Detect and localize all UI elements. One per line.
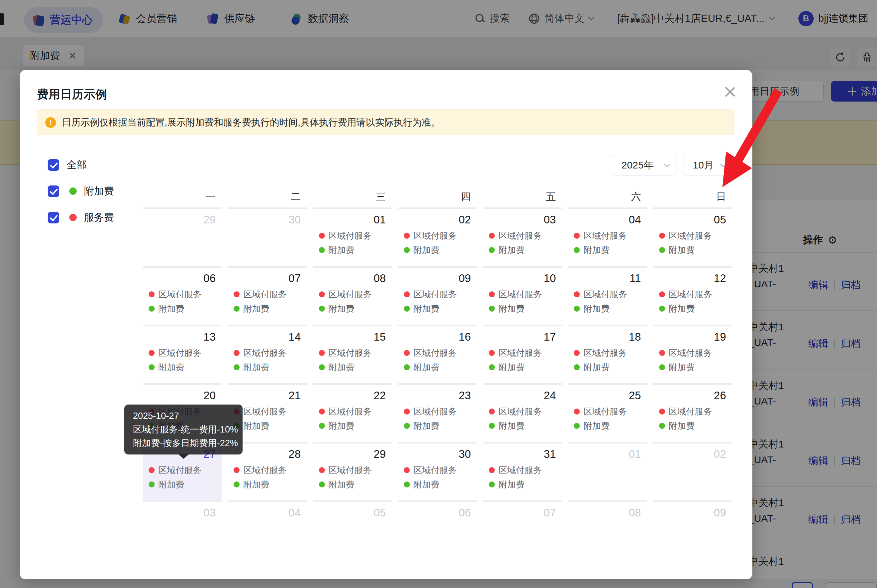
calendar-day-cell[interactable]: 24区域付服务附加费 [483,383,562,442]
service-fee-entry[interactable]: 区域付服务 [574,230,641,242]
surcharge-entry[interactable]: 附加费 [319,479,386,490]
service-fee-entry[interactable]: 区域付服务 [489,230,556,242]
service-fee-entry[interactable]: 区域付服务 [319,406,386,417]
service-fee-entry[interactable]: 区域付服务 [233,406,301,417]
service-fee-entry[interactable]: 区域付服务 [319,289,386,300]
service-fee-entry[interactable]: 区域付服务 [489,406,556,417]
surcharge-entry[interactable]: 附加费 [659,420,726,432]
filter-all[interactable]: 全部 [48,158,87,172]
calendar-day-cell[interactable]: 29 [143,207,221,266]
service-fee-entry[interactable]: 区域付服务 [659,289,726,300]
surcharge-entry[interactable]: 附加费 [489,362,556,373]
calendar-day-cell[interactable]: 03区域付服务附加费 [483,207,562,266]
calendar-day-cell[interactable]: 11区域付服务附加费 [568,266,647,325]
surcharge-entry[interactable]: 附加费 [659,362,726,373]
calendar-day-cell[interactable]: 08区域付服务附加费 [313,266,392,325]
surcharge-entry[interactable]: 附加费 [404,420,471,432]
calendar-day-cell[interactable]: 02区域付服务附加费 [398,207,477,266]
service-fee-entry[interactable]: 区域付服务 [319,465,386,476]
calendar-day-cell[interactable]: 30区域付服务附加费 [398,442,477,500]
service-fee-entry[interactable]: 区域付服务 [659,347,726,358]
service-fee-entry[interactable]: 区域付服务 [233,289,301,300]
surcharge-entry[interactable]: 附加费 [489,420,556,432]
surcharge-entry[interactable]: 附加费 [404,244,471,256]
surcharge-entry[interactable]: 附加费 [404,303,471,314]
surcharge-entry[interactable]: 附加费 [659,244,726,256]
service-fee-entry[interactable]: 区域付服务 [404,289,471,300]
surcharge-entry[interactable]: 附加费 [233,479,301,490]
calendar-day-cell[interactable]: 14区域付服务附加费 [227,325,307,383]
calendar-day-cell[interactable]: 31区域付服务附加费 [483,442,562,500]
calendar-day-cell[interactable]: 26区域付服务附加费 [653,383,732,442]
surcharge-entry[interactable]: 附加费 [574,244,641,256]
calendar-day-cell[interactable]: 06区域付服务附加费 [143,266,221,325]
calendar-day-cell[interactable]: 19区域付服务附加费 [653,325,732,383]
calendar-day-cell[interactable]: 13区域付服务附加费 [143,325,221,383]
calendar-day-cell[interactable]: 17区域付服务附加费 [483,325,562,383]
service-fee-entry[interactable]: 区域付服务 [319,347,386,358]
checkbox-checked-icon[interactable] [48,159,59,171]
service-fee-entry[interactable]: 区域付服务 [404,465,471,476]
month-select[interactable]: 10月 [683,155,733,176]
surcharge-entry[interactable]: 附加费 [404,362,471,373]
surcharge-entry[interactable]: 附加费 [489,303,556,314]
surcharge-entry[interactable]: 附加费 [574,362,641,373]
calendar-day-cell[interactable]: 29区域付服务附加费 [313,442,392,500]
surcharge-entry[interactable]: 附加费 [319,420,386,432]
checkbox-checked-icon[interactable] [48,212,59,224]
surcharge-entry[interactable]: 附加费 [149,362,215,373]
service-fee-entry[interactable]: 区域付服务 [489,465,556,476]
calendar-day-cell[interactable]: 02 [653,442,732,500]
service-fee-entry[interactable]: 区域付服务 [489,289,556,300]
calendar-day-cell[interactable]: 04 [227,500,307,559]
calendar-day-cell[interactable]: 06 [398,500,477,559]
surcharge-entry[interactable]: 附加费 [319,244,386,256]
service-fee-entry[interactable]: 区域付服务 [149,347,215,358]
surcharge-entry[interactable]: 附加费 [233,420,301,432]
surcharge-entry[interactable]: 附加费 [574,420,641,432]
calendar-day-cell[interactable]: 05 [313,500,392,559]
calendar-day-cell[interactable]: 08 [568,500,647,559]
calendar-day-cell[interactable]: 03 [143,500,221,559]
service-fee-entry[interactable]: 区域付服务 [149,465,215,476]
calendar-day-cell[interactable]: 18区域付服务附加费 [568,325,647,383]
calendar-day-cell[interactable]: 05区域付服务附加费 [653,207,732,266]
calendar-day-cell[interactable]: 15区域付服务附加费 [313,325,392,383]
surcharge-entry[interactable]: 附加费 [319,303,386,314]
year-select[interactable]: 2025年 [612,155,676,176]
calendar-day-cell[interactable]: 07区域付服务附加费 [227,266,307,325]
service-fee-entry[interactable]: 区域付服务 [659,230,726,242]
checkbox-checked-icon[interactable] [48,186,59,197]
calendar-day-cell[interactable]: 25区域付服务附加费 [568,383,647,442]
service-fee-entry[interactable]: 区域付服务 [404,347,471,358]
calendar-day-cell[interactable]: 01区域付服务附加费 [313,207,392,266]
surcharge-entry[interactable]: 附加费 [489,244,556,256]
calendar-day-cell[interactable]: 30 [227,207,307,266]
filter-surcharge[interactable]: 附加费 [48,184,114,198]
service-fee-entry[interactable]: 区域付服务 [574,347,641,358]
surcharge-entry[interactable]: 附加费 [149,303,215,314]
calendar-day-cell[interactable]: 09 [653,500,732,559]
service-fee-entry[interactable]: 区域付服务 [149,289,215,300]
surcharge-entry[interactable]: 附加费 [404,479,471,490]
surcharge-entry[interactable]: 附加费 [489,479,556,490]
filter-service-fee[interactable]: 服务费 [48,210,114,225]
calendar-day-cell[interactable]: 23区域付服务附加费 [398,383,477,442]
service-fee-entry[interactable]: 区域付服务 [233,465,301,476]
service-fee-entry[interactable]: 区域付服务 [659,406,726,417]
calendar-day-cell[interactable]: 07 [483,500,562,559]
surcharge-entry[interactable]: 附加费 [233,303,301,314]
surcharge-entry[interactable]: 附加费 [574,303,641,314]
calendar-day-cell[interactable]: 04区域付服务附加费 [568,207,647,266]
calendar-day-cell[interactable]: 10区域付服务附加费 [483,266,562,325]
service-fee-entry[interactable]: 区域付服务 [233,347,301,358]
service-fee-entry[interactable]: 区域付服务 [404,230,471,242]
calendar-day-cell[interactable]: 01 [568,442,647,500]
calendar-day-cell[interactable]: 16区域付服务附加费 [398,325,477,383]
service-fee-entry[interactable]: 区域付服务 [319,230,386,242]
service-fee-entry[interactable]: 区域付服务 [574,289,641,300]
calendar-day-cell[interactable]: 09区域付服务附加费 [398,266,477,325]
surcharge-entry[interactable]: 附加费 [659,303,726,314]
service-fee-entry[interactable]: 区域付服务 [574,406,641,417]
surcharge-entry[interactable]: 附加费 [149,479,215,490]
